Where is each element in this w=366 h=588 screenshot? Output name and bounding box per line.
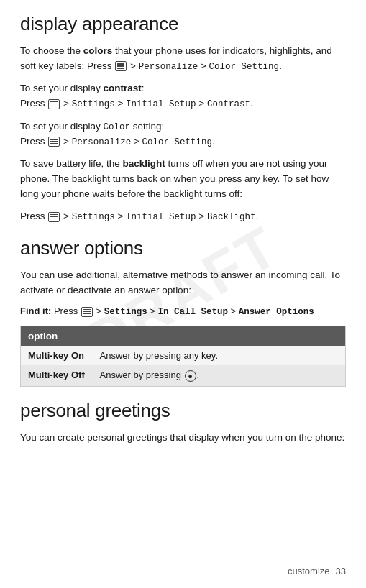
option-label-multikey-off: Multi-key Off xyxy=(21,365,93,386)
para-contrast: To set your display contrast: Press > Se… xyxy=(20,81,346,111)
page-footer: customize 33 xyxy=(288,566,346,576)
option-desc-multikey-off: Answer by pressing ●. xyxy=(93,365,346,386)
find-it-line: Find it: Press > Settings > In Call Setu… xyxy=(20,306,346,317)
option-desc-multikey-on: Answer by pressing any key. xyxy=(93,346,346,365)
table-header-row: option xyxy=(21,326,346,346)
para-answer-intro: You can use additional, alternative meth… xyxy=(20,268,346,298)
answer-options-table: option Multi-key On Answer by pressing a… xyxy=(20,326,346,387)
section-title-greetings: personal greetings xyxy=(20,400,346,422)
menu-icon-4 xyxy=(48,212,60,222)
menu-icon-1 xyxy=(115,61,127,71)
personal-greetings-section: personal greetings You can create person… xyxy=(20,400,346,446)
para-backlight: To save battery life, the backlight turn… xyxy=(20,157,346,202)
section-title-display: display appearance xyxy=(20,13,346,35)
option-label-multikey-on: Multi-key On xyxy=(21,346,93,365)
footer-label: customize xyxy=(288,566,330,576)
answer-options-section: answer options You can use additional, a… xyxy=(20,237,346,386)
footer-page-number: 33 xyxy=(336,566,346,576)
table-row: Multi-key On Answer by pressing any key. xyxy=(21,346,346,365)
para-greetings-intro: You can create personal greetings that d… xyxy=(20,431,346,446)
send-icon: ● xyxy=(185,370,196,382)
table-header-option: option xyxy=(21,326,346,346)
menu-icon-3 xyxy=(48,137,60,147)
table-row: Multi-key Off Answer by pressing ●. xyxy=(21,365,346,386)
para-colors: To choose the colors that your phone use… xyxy=(20,44,346,74)
menu-icon-5 xyxy=(81,307,93,317)
para-color-setting: To set your display Color setting: Press… xyxy=(20,119,346,150)
para-backlight-path: Press > Settings > Initial Setup > Backl… xyxy=(20,209,346,224)
menu-icon-2 xyxy=(48,99,60,109)
section-title-answer: answer options xyxy=(20,237,346,259)
